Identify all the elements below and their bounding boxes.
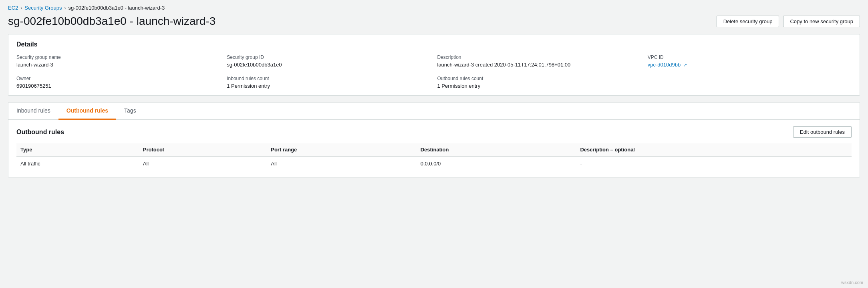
- inbound-rules-count-label: Inbound rules count: [227, 76, 431, 81]
- tab-inbound-rules[interactable]: Inbound rules: [8, 103, 58, 120]
- col-protocol: Protocol: [139, 143, 267, 156]
- inbound-rules-count-value: 1 Permission entry: [227, 83, 431, 89]
- col-destination: Destination: [417, 143, 576, 156]
- vpc-id-field: VPC ID vpc-d010d9bb ↗: [648, 54, 852, 68]
- outbound-rules-count-value: 1 Permission entry: [437, 83, 641, 89]
- cell-destination: 0.0.0.0/0: [417, 156, 576, 171]
- inbound-rules-count-field: Inbound rules count 1 Permission entry: [227, 76, 431, 89]
- security-group-name-label: Security group name: [16, 54, 220, 60]
- security-group-id-field: Security group ID sg-002fe10b00db3a1e0: [227, 54, 431, 68]
- external-link-icon: ↗: [683, 62, 687, 68]
- details-card: Details Security group name launch-wizar…: [8, 34, 860, 96]
- col-description: Description – optional: [576, 143, 852, 156]
- security-group-name-field: Security group name launch-wizard-3: [16, 54, 220, 68]
- tab-tags[interactable]: Tags: [116, 103, 144, 120]
- col-port-range: Port range: [267, 143, 416, 156]
- cell-port_range: All: [267, 156, 416, 171]
- tabs-header: Inbound rules Outbound rules Tags: [8, 103, 860, 120]
- description-label: Description: [437, 54, 641, 60]
- owner-value: 690190675251: [16, 83, 220, 89]
- vpc-id-link[interactable]: vpc-d010d9bb: [648, 62, 681, 68]
- vpc-id-value: vpc-d010d9bb ↗: [648, 62, 852, 68]
- outbound-rules-count-label: Outbound rules count: [437, 76, 641, 81]
- breadcrumb-ec2[interactable]: EC2: [8, 5, 18, 11]
- security-group-id-value: sg-002fe10b00db3a1e0: [227, 62, 431, 68]
- breadcrumb-current: sg-002fe10b00db3a1e0 - launch-wizard-3: [68, 5, 165, 11]
- outbound-section-title: Outbound rules: [16, 129, 64, 136]
- delete-security-group-button[interactable]: Delete security group: [717, 16, 779, 27]
- tabs-container: Inbound rules Outbound rules Tags Outbou…: [8, 102, 860, 177]
- outbound-section-header: Outbound rules Edit outbound rules: [16, 126, 852, 138]
- vpc-id-label: VPC ID: [648, 54, 852, 60]
- outbound-rules-content: Outbound rules Edit outbound rules Type …: [8, 120, 860, 177]
- outbound-rules-table: Type Protocol Port range Destination Des…: [16, 143, 852, 171]
- breadcrumb: EC2 › Security Groups › sg-002fe10b00db3…: [8, 5, 860, 11]
- description-value: launch-wizard-3 created 2020-05-11T17:24…: [437, 62, 641, 68]
- copy-to-new-security-group-button[interactable]: Copy to new security group: [783, 16, 860, 27]
- cell-description: -: [576, 156, 852, 171]
- cell-protocol: All: [139, 156, 267, 171]
- tab-outbound-rules[interactable]: Outbound rules: [58, 103, 116, 120]
- outbound-rules-count-field: Outbound rules count 1 Permission entry: [437, 76, 641, 89]
- owner-field: Owner 690190675251: [16, 76, 220, 89]
- page-header: sg-002fe10b00db3a1e0 - launch-wizard-3 D…: [8, 15, 860, 28]
- breadcrumb-sep-2: ›: [64, 5, 66, 11]
- security-group-id-label: Security group ID: [227, 54, 431, 60]
- col-type: Type: [16, 143, 139, 156]
- header-actions: Delete security group Copy to new securi…: [717, 16, 860, 27]
- details-title: Details: [16, 41, 852, 48]
- cell-type: All traffic: [16, 156, 139, 171]
- breadcrumb-sep-1: ›: [20, 5, 22, 11]
- owner-label: Owner: [16, 76, 220, 81]
- details-grid: Security group name launch-wizard-3 Secu…: [16, 54, 852, 89]
- description-field: Description launch-wizard-3 created 2020…: [437, 54, 641, 68]
- table-row: All trafficAllAll0.0.0.0/0-: [16, 156, 852, 171]
- breadcrumb-security-groups[interactable]: Security Groups: [24, 5, 62, 11]
- edit-outbound-rules-button[interactable]: Edit outbound rules: [793, 126, 852, 138]
- page-title: sg-002fe10b00db3a1e0 - launch-wizard-3: [8, 15, 215, 28]
- security-group-name-value: launch-wizard-3: [16, 62, 220, 68]
